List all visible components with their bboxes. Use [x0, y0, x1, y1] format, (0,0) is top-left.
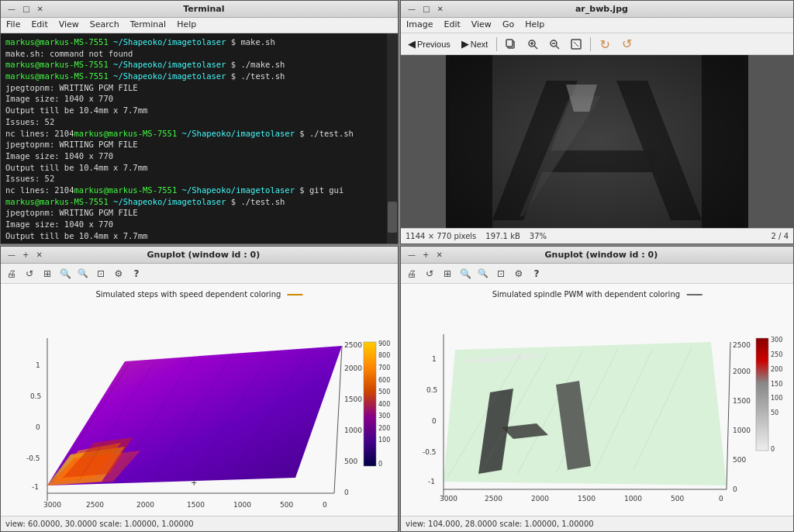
image-dimensions: 1144 × 770 pixels	[406, 232, 476, 240]
terminal-line: nc lines: 2104markus@markus-MS-7551 ~/Sh…	[5, 128, 384, 140]
gp1-fit-icon[interactable]: ⊡	[93, 266, 109, 282]
fit-button[interactable]	[567, 36, 585, 53]
terminal-controls[interactable]: — □ ✕	[5, 5, 46, 13]
terminal-line: jpegtopnm: WRITING PGM FILE	[5, 207, 384, 219]
svg-text:200: 200	[378, 425, 390, 432]
gp1-refresh-icon[interactable]: ↺	[22, 266, 37, 282]
terminal-menu-help[interactable]: Help	[174, 19, 198, 31]
gp2-zoom-in-icon[interactable]: 🔍	[457, 266, 473, 282]
svg-text:2500: 2500	[344, 341, 362, 349]
terminal-line: Issues: 52	[5, 116, 384, 128]
terminal-line: nc lines: 2104markus@markus-MS-7551 ~/Sh…	[5, 185, 384, 196]
terminal-maximize[interactable]: □	[20, 5, 32, 13]
imageviewer-title: ar_bwb.jpg	[446, 4, 758, 14]
terminal-minimize[interactable]: —	[5, 5, 18, 13]
svg-text:0: 0	[378, 461, 382, 468]
imageviewer-menu-view[interactable]: View	[469, 19, 494, 31]
next-button[interactable]: ▶ Next	[457, 36, 492, 51]
svg-text:200: 200	[771, 366, 782, 373]
gnuplot2-controls[interactable]: — + ✕	[406, 250, 445, 259]
gnuplot1-close[interactable]: ✕	[33, 250, 44, 259]
svg-rect-101	[756, 338, 768, 451]
gp1-settings-icon[interactable]: ⚙	[111, 266, 126, 282]
svg-text:2500: 2500	[485, 495, 502, 503]
gnuplot1-minimize[interactable]: —	[5, 250, 18, 259]
terminal-close[interactable]: ✕	[34, 5, 45, 13]
gnuplot1-svg: 1 0.5 0 -0.5 -1 3000 2500 2000 1500 1000…	[1, 299, 398, 516]
terminal-scrollbar[interactable]	[387, 33, 398, 244]
svg-rect-1	[506, 40, 513, 47]
rotate-right-button[interactable]: ↺	[617, 36, 636, 53]
terminal-line: markus@markus-MS-7551 ~/Shapeoko/imageto…	[5, 71, 384, 82]
gnuplot1-window: — + ✕ Gnuplot (window id : 0) 🖨 ↺ ⊞ 🔍 🔍 …	[0, 246, 399, 532]
gp2-settings-icon[interactable]: ⚙	[511, 266, 526, 282]
svg-text:2000: 2000	[531, 495, 549, 503]
gnuplot1-titlebar: — + ✕ Gnuplot (window id : 0)	[1, 247, 398, 264]
terminal-content-area[interactable]: markus@markus-MS-7551 ~/Shapeoko/imageto…	[1, 33, 398, 244]
gnuplot2-close[interactable]: ✕	[433, 250, 444, 259]
terminal-menu-file[interactable]: File	[4, 19, 22, 31]
gp1-zoom-in-icon[interactable]: 🔍	[57, 266, 73, 282]
svg-text:900: 900	[378, 340, 390, 347]
svg-text:1500: 1500	[187, 501, 205, 509]
imageviewer-maximize[interactable]: □	[420, 5, 432, 13]
svg-text:1: 1	[432, 355, 437, 363]
gp2-fit-icon[interactable]: ⊡	[493, 266, 509, 282]
gnuplot1-status-text: view: 60.0000, 30.0000 scale: 1.00000, 1…	[5, 520, 194, 528]
gnuplot2-minimize[interactable]: —	[406, 250, 418, 259]
svg-rect-22	[450, 55, 744, 228]
terminal-menubar: File Edit View Search Terminal Help	[1, 18, 398, 33]
zoom-in-button[interactable]	[523, 36, 542, 53]
svg-text:0: 0	[719, 495, 723, 503]
imageviewer-menu-edit[interactable]: Edit	[441, 19, 462, 31]
svg-text:2000: 2000	[733, 368, 751, 375]
imageviewer-menu-go[interactable]: Go	[500, 19, 516, 31]
imageviewer-minimize[interactable]: —	[406, 5, 418, 13]
gp2-print-icon[interactable]: 🖨	[404, 266, 419, 282]
gnuplot2-svg: 1 0.5 0 -0.5 -1 3000 2500 2000 1500 1000…	[401, 299, 793, 516]
svg-text:2000: 2000	[136, 501, 154, 509]
svg-text:1000: 1000	[344, 427, 362, 434]
terminal-line: Issues: 52	[5, 241, 384, 244]
svg-text:300: 300	[378, 413, 390, 420]
gp2-refresh-icon[interactable]: ↺	[422, 266, 437, 282]
copy-button[interactable]	[502, 36, 520, 53]
toolbar-sep2	[590, 37, 591, 51]
gp2-zoom-out-icon[interactable]: 🔍	[475, 266, 491, 282]
rotate-left-button[interactable]: ↺	[596, 36, 614, 53]
terminal-menu-terminal[interactable]: Terminal	[128, 19, 169, 31]
gnuplot1-body[interactable]: Simulated steps with speed dependent col…	[1, 284, 398, 516]
gnuplot2-body[interactable]: Simulated spindle PWM with dependent col…	[401, 284, 793, 516]
gp2-grid-icon[interactable]: ⊞	[440, 266, 455, 282]
terminal-body[interactable]: markus@markus-MS-7551 ~/Shapeoko/imageto…	[1, 33, 398, 244]
gnuplot2-toolbar: 🖨 ↺ ⊞ 🔍 🔍 ⊡ ⚙ ?	[401, 264, 793, 284]
gp1-help-icon[interactable]: ?	[129, 266, 144, 282]
svg-text:0: 0	[344, 489, 349, 496]
terminal-line: markus@markus-MS-7551 ~/Shapeoko/imageto…	[5, 59, 384, 71]
terminal-line: Output till be 10.4mm x 7.7mm	[5, 230, 384, 242]
gnuplot1-plot-title: Simulated steps with speed dependent col…	[95, 290, 302, 299]
zoom-out-button[interactable]	[545, 36, 564, 53]
gnuplot2-maximize[interactable]: +	[420, 250, 431, 259]
imageviewer-close[interactable]: ✕	[434, 5, 445, 13]
gnuplot1-maximize[interactable]: +	[20, 250, 31, 259]
imageviewer-controls[interactable]: — □ ✕	[406, 5, 446, 13]
gp1-print-icon[interactable]: 🖨	[4, 266, 19, 282]
terminal-line: Output till be 10.4mm x 7.7mm	[5, 105, 384, 116]
gnuplot2-plot-title: Simulated spindle PWM with dependent col…	[492, 290, 703, 299]
terminal-menu-edit[interactable]: Edit	[29, 19, 50, 31]
terminal-menu-search[interactable]: Search	[88, 19, 122, 31]
prev-button[interactable]: ◀ Previous	[404, 36, 454, 51]
imageviewer-window: — □ ✕ ar_bwb.jpg Image Edit View Go Help…	[400, 0, 794, 244]
imageviewer-menu-image[interactable]: Image	[404, 19, 435, 31]
svg-text:3000: 3000	[43, 501, 61, 509]
gnuplot1-controls[interactable]: — + ✕	[5, 250, 45, 259]
gp1-zoom-out-icon[interactable]: 🔍	[75, 266, 91, 282]
svg-text:1000: 1000	[233, 501, 251, 509]
imageviewer-titlebar: — □ ✕ ar_bwb.jpg	[401, 1, 793, 18]
gp1-grid-icon[interactable]: ⊞	[40, 266, 55, 282]
gp2-help-icon[interactable]: ?	[529, 266, 544, 282]
terminal-line: Output till be 10.4mm x 7.7mm	[5, 162, 384, 174]
imageviewer-menu-help[interactable]: Help	[523, 19, 547, 31]
terminal-menu-view[interactable]: View	[57, 19, 81, 31]
